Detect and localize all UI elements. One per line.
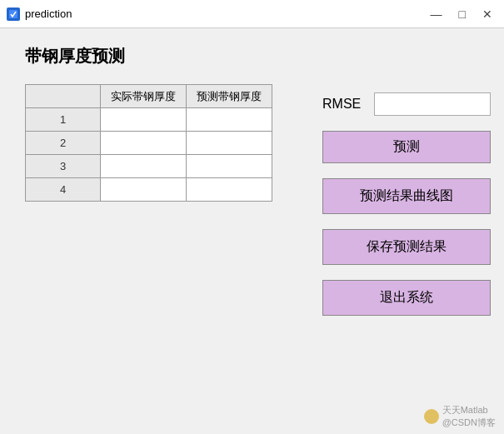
rmse-label: RMSE xyxy=(322,97,364,112)
table-row: 1 xyxy=(26,108,272,132)
minimize-button[interactable]: — xyxy=(426,7,447,22)
svg-rect-0 xyxy=(9,10,17,18)
table-section: 实际带钢厚度 预测带钢厚度 1 2 xyxy=(25,84,272,202)
row-num-1: 1 xyxy=(26,108,101,132)
predict-button[interactable]: 预测 xyxy=(322,131,491,163)
title-bar-left: prediction xyxy=(7,7,72,21)
row-actual-1 xyxy=(101,108,187,132)
watermark-icon xyxy=(424,409,439,424)
title-bar: prediction — □ ✕ xyxy=(0,0,504,28)
row-predicted-1 xyxy=(187,108,272,132)
table-row: 2 xyxy=(26,132,272,155)
watermark-text: 天天Matlab @CSDN博客 xyxy=(442,404,496,429)
rmse-input[interactable] xyxy=(374,92,491,116)
curve-button[interactable]: 预测结果曲线图 xyxy=(322,178,491,214)
right-panel: RMSE 预测 预测结果曲线图 保存预测结果 退出系统 xyxy=(322,84,491,316)
row-num-2: 2 xyxy=(26,132,101,155)
watermark: 天天Matlab @CSDN博客 xyxy=(424,404,496,429)
main-content: 实际带钢厚度 预测带钢厚度 1 2 xyxy=(25,84,479,417)
row-predicted-4 xyxy=(187,178,272,202)
app-icon xyxy=(7,7,20,21)
exit-button[interactable]: 退出系统 xyxy=(322,280,491,316)
window-title: prediction xyxy=(25,7,72,20)
maximize-button[interactable]: □ xyxy=(454,7,471,22)
row-num-3: 3 xyxy=(26,155,101,178)
row-num-4: 4 xyxy=(26,178,101,202)
row-actual-4 xyxy=(101,178,187,202)
col-predicted-header: 预测带钢厚度 xyxy=(187,85,272,108)
save-button[interactable]: 保存预测结果 xyxy=(322,229,491,265)
col-actual-header: 实际带钢厚度 xyxy=(101,85,187,108)
data-table: 实际带钢厚度 预测带钢厚度 1 2 xyxy=(25,84,272,202)
row-actual-2 xyxy=(101,132,187,155)
window-body: 带钢厚度预测 实际带钢厚度 预测带钢厚度 1 xyxy=(0,28,504,434)
page-title: 带钢厚度预测 xyxy=(25,45,479,67)
table-row: 4 xyxy=(26,178,272,202)
row-predicted-2 xyxy=(187,132,272,155)
row-predicted-3 xyxy=(187,155,272,178)
title-bar-controls: — □ ✕ xyxy=(426,7,497,22)
close-button[interactable]: ✕ xyxy=(477,7,497,22)
rmse-row: RMSE xyxy=(322,92,491,116)
table-row: 3 xyxy=(26,155,272,178)
row-actual-3 xyxy=(101,155,187,178)
col-index-header xyxy=(26,85,101,108)
